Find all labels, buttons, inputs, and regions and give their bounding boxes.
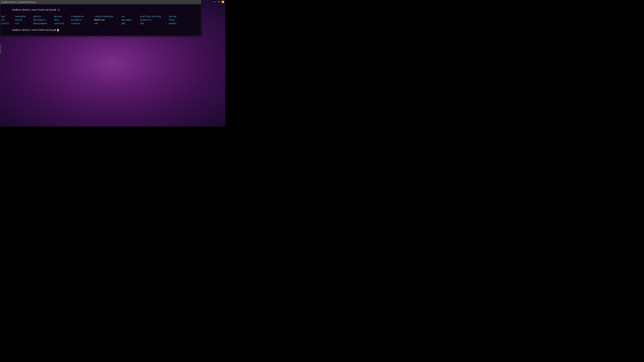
dir-vendor: vendor	[168, 22, 184, 25]
ls-col2: bootable build cts	[15, 15, 33, 25]
dir-external: external	[54, 22, 71, 25]
dir-development: development	[33, 22, 54, 25]
dir-build: build	[15, 18, 33, 22]
dir-packages: packages	[121, 18, 140, 22]
ls-col3: dalvik developers development	[33, 15, 54, 25]
ls-output: abi art bionic bootable build cts dalvik…	[2, 15, 200, 25]
ls-col7: out packages pdk	[121, 15, 140, 25]
dir-dalvik: dalvik	[33, 15, 54, 18]
desktop: ⌨ ✉ 🔌 📶 tan@tan-Ubuntu: /work/Android/ao…	[0, 0, 226, 126]
dir-platform-testing: platform_testing	[140, 15, 168, 18]
dir-docs: docs	[54, 18, 71, 22]
dir-libnativehelper: libnativehelper	[94, 15, 121, 18]
dir-prebuilts: prebuilts	[140, 18, 168, 22]
dir-developers: developers	[33, 18, 54, 22]
ls-col5: frameworks hardware libcore	[71, 15, 94, 25]
ls-col8: platform_testing prebuilts sdk	[140, 15, 168, 25]
wifi-icon[interactable]: 📶	[222, 1, 224, 3]
dir-frameworks: frameworks	[71, 15, 94, 18]
prompt1: tan@tan-Ubuntu:/work/Android/aosp$ ls	[12, 9, 60, 11]
file-makefile: Makefile	[94, 18, 121, 22]
cursor	[57, 29, 58, 31]
dir-libcore: libcore	[71, 22, 94, 25]
dir-art: art	[2, 18, 15, 22]
terminal-title: tan@tan-Ubuntu: /work/Android/aosp	[2, 1, 36, 3]
dir-ndk: ndk	[94, 22, 121, 25]
network-icon[interactable]: 🔌	[218, 1, 220, 3]
dir-pdk: pdk	[121, 22, 140, 25]
ls-col9: system tools vendor	[168, 15, 184, 25]
dir-device: device	[54, 15, 71, 18]
dir-cts: cts	[15, 22, 33, 25]
dir-bootable: bootable	[15, 15, 33, 18]
dir-bionic: bionic	[2, 22, 15, 25]
dir-sdk: sdk	[140, 22, 168, 25]
keyboard-icon[interactable]: ⌨	[212, 1, 214, 3]
system-tray: ⌨ ✉ 🔌 📶	[211, 0, 226, 4]
ls-col6: libnativehelper Makefile ndk	[94, 15, 121, 25]
dir-abi: abi	[2, 15, 15, 18]
command-line: tan@tan-Ubuntu:/work/Android/aosp$ ls	[2, 5, 200, 15]
terminal-body[interactable]: tan@tan-Ubuntu:/work/Android/aosp$ ls ab…	[0, 4, 201, 36]
prompt2: tan@tan-Ubuntu:/work/Android/aosp$	[12, 29, 57, 31]
scrollbar[interactable]	[0, 44, 1, 54]
terminal-titlebar: tan@tan-Ubuntu: /work/Android/aosp	[0, 0, 201, 4]
prompt-line[interactable]: tan@tan-Ubuntu:/work/Android/aosp$	[2, 25, 200, 35]
mail-icon[interactable]: ✉	[215, 1, 216, 3]
ls-col4: device docs external	[54, 15, 71, 25]
ls-col1: abi art bionic	[2, 15, 15, 25]
dir-hardware: hardware	[71, 18, 94, 22]
dir-tools: tools	[168, 18, 184, 22]
terminal-window[interactable]: tan@tan-Ubuntu: /work/Android/aosp tan@t…	[0, 0, 201, 36]
dir-out: out	[121, 15, 140, 18]
dir-system: system	[168, 15, 184, 18]
